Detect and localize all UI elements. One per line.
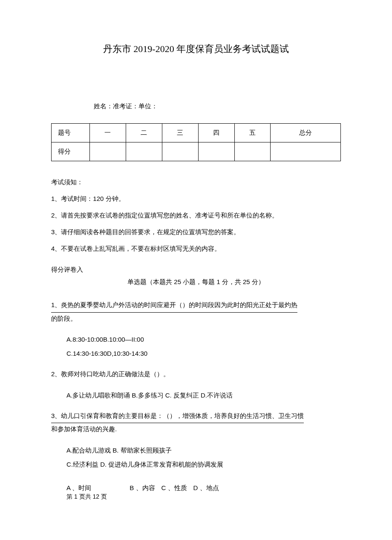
question-line: 的阶段。 [51, 315, 77, 322]
exam-title: 丹东市 2019-2020 年度保育员业务考试试题试 [51, 43, 341, 55]
option-line: C.14:30-16:30D,10:30-14:30 [66, 346, 341, 360]
question-line: 和参加体育活动的兴趣. [51, 425, 117, 433]
question-line: 1、炎热的夏季婴幼儿户外活动的时间应避开（）的时间段因为此时的阳光正处于最灼热 [51, 299, 297, 313]
cell-col2 [126, 142, 162, 161]
footer-options: A 、时间 B 、内容 C 、性质 D 、地点 [66, 484, 341, 492]
cell-col1 [90, 142, 126, 161]
cell-col3: 三 [162, 124, 198, 142]
notice-heading: 考试须知： [51, 178, 341, 186]
cell-label: 题号 [52, 124, 90, 142]
question-3: 3、幼儿口引保育和教育的主要目标是：（），增强体质，培养良好的生活习惯、卫生习惯… [51, 410, 341, 435]
cell-total: 总分 [271, 124, 341, 142]
cell-col1: 一 [90, 124, 126, 142]
notice-item: 2、请首先按要求在试卷的指定位置填写您的姓名、准考证号和所在单位的名称。 [51, 212, 341, 220]
notice-item: 1、考试时间：120 分钟。 [51, 195, 341, 203]
question-2-options: A.多让幼儿唱歌和朗诵 B.多多练习 C. 反复纠正 D.不许说话 [66, 388, 341, 402]
section-heading: 得分评卷入 [51, 266, 341, 274]
cell-col3 [162, 142, 198, 161]
question-line: 2、教师对待口吃幼儿的正确做法是（）。 [51, 370, 170, 377]
notice-item: 3、请仔细阅读各种题目的回答要求，在规定的位置填写您的答案。 [51, 228, 341, 236]
cell-col4 [198, 142, 234, 161]
option-line: A.配合幼儿游戏 B. 帮助家长照顾孩子 [66, 443, 341, 457]
question-2: 2、教师对待口吃幼儿的正确做法是（）。 [51, 368, 341, 380]
option-line: A.8:30-10:00B.10:00—II:00 [66, 332, 341, 346]
table-row: 得分 [52, 142, 341, 161]
notice-item: 4、不要在试卷上乱写乱画，不要在标封区填写无关的内容。 [51, 245, 341, 253]
score-table: 题号 一 二 三 四 五 总分 得分 [51, 123, 341, 161]
candidate-info-line: 姓名：准考证：单位： [94, 102, 341, 110]
cell-col5 [234, 142, 271, 161]
table-row: 题号 一 二 三 四 五 总分 [52, 124, 341, 142]
question-3-options: A.配合幼儿游戏 B. 帮助家长照顾孩子 C.经济利益 D. 促进幼儿身体正常发… [66, 443, 341, 471]
question-1-options: A.8:30-10:00B.10:00—II:00 C.14:30-16:30D… [66, 332, 341, 360]
cell-total [271, 142, 341, 161]
page-number: 第 1 页共 12 页 [66, 493, 341, 501]
cell-col2: 二 [126, 124, 162, 142]
option-line: C.经济利益 D. 促进幼儿身体正常发育和机能的协调发展 [66, 457, 341, 471]
section-subtitle: 单选题（本题共 25 小题，每题 1 分，共 25 分） [51, 278, 341, 286]
question-1: 1、炎热的夏季婴幼儿户外活动的时间应避开（）的时间段因为此时的阳光正处于最灼热 … [51, 299, 341, 325]
question-line: 3、幼儿口引保育和教育的主要目标是：（），增强体质，培养良好的生活习惯、卫生习惯 [51, 410, 304, 424]
cell-label: 得分 [52, 142, 90, 161]
option-line: A.多让幼儿唱歌和朗诵 B.多多练习 C. 反复纠正 D.不许说话 [66, 388, 341, 402]
cell-col4: 四 [198, 124, 234, 142]
cell-col5: 五 [234, 124, 271, 142]
